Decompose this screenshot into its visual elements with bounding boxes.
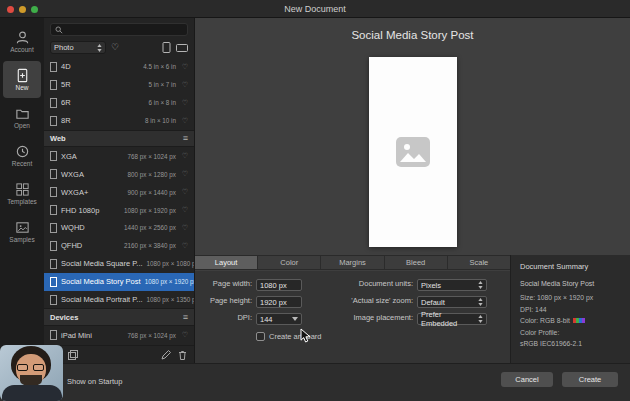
preset-size: 2160 px × 3840 px: [124, 242, 176, 249]
page-width-input[interactable]: 1080 px: [256, 279, 302, 291]
favorite-icon[interactable]: ♡: [180, 81, 188, 89]
create-artboard-checkbox[interactable]: [256, 332, 265, 341]
sidebar-item-open[interactable]: Open: [3, 99, 41, 136]
favorite-icon[interactable]: ♡: [180, 99, 188, 107]
page-icon: [50, 151, 57, 161]
preset-name: Social Media Story Post: [61, 277, 141, 286]
preset-row[interactable]: 8R8 in × 10 in♡: [44, 112, 194, 130]
page-icon: [50, 187, 57, 197]
document-units-select[interactable]: Pixels: [417, 279, 487, 291]
favorite-icon[interactable]: ♡: [180, 63, 188, 71]
preset-section-header[interactable]: Web≡: [44, 130, 194, 148]
sidebar-item-account[interactable]: Account: [3, 23, 41, 60]
tab-bleed[interactable]: Bleed: [385, 256, 448, 269]
preset-row[interactable]: WXGA+900 px × 1440 px♡: [44, 183, 194, 201]
preset-size: 1080 px × 1920 px: [124, 207, 176, 214]
preset-row[interactable]: 4D4.5 in × 6 in♡: [44, 58, 194, 76]
preset-toolbar: [44, 345, 194, 363]
page-icon: [50, 169, 57, 179]
tab-color[interactable]: Color: [258, 256, 321, 269]
preset-panel: Photo ♡ 4D4.5 in × 6 in♡5R5 in × 7 in♡6R…: [44, 18, 195, 363]
preset-name: FHD 1080p: [61, 206, 99, 215]
preset-row[interactable]: WXGA800 px × 1280 px♡: [44, 165, 194, 183]
page-icon: [50, 205, 57, 215]
new-document-dialog: New Document AccountNewOpenRecentTemplat…: [0, 0, 630, 401]
show-on-startup-row: ✓ Show on Startup: [54, 377, 122, 386]
image-placeholder-icon: [395, 136, 431, 168]
preset-row[interactable]: Social Media Square P...1080 px × 1080 p…: [44, 255, 194, 273]
preset-name: 4D: [61, 62, 71, 71]
create-button[interactable]: Create: [562, 372, 618, 387]
templates-icon: [15, 182, 30, 197]
page-height-input[interactable]: 1920 px: [256, 296, 302, 308]
webcam-overlay: [0, 345, 63, 401]
summary-dpi: DPI: 144: [520, 306, 621, 313]
dpi-select[interactable]: 144: [256, 313, 302, 325]
favorite-icon[interactable]: ♡: [180, 117, 188, 125]
summary-profile-label: Color Profile:: [520, 329, 621, 336]
search-box[interactable]: [50, 23, 188, 36]
actual-size-zoom-select[interactable]: Default: [417, 296, 487, 308]
page-width-label: Page width:: [195, 279, 252, 288]
preset-row[interactable]: WQHD1440 px × 2560 px♡: [44, 219, 194, 237]
page-title: Social Media Story Post: [195, 29, 630, 41]
category-select[interactable]: Photo: [50, 41, 106, 54]
settings-tabs: LayoutColorMarginsBleedScale: [195, 255, 510, 270]
cancel-button[interactable]: Cancel: [501, 372, 553, 387]
artboard-icon[interactable]: [68, 350, 78, 360]
preset-size: 1440 px × 2560 px: [124, 224, 176, 231]
sidebar-item-recent[interactable]: Recent: [3, 137, 41, 174]
actual-size-zoom-label: 'Actual size' zoom:: [313, 296, 413, 305]
preset-row[interactable]: Social Media Story Post1080 px × 1920 px…: [44, 273, 194, 291]
sidebar-item-templates[interactable]: Templates: [3, 175, 41, 212]
favorite-icon[interactable]: ♡: [180, 331, 188, 339]
preset-section-header[interactable]: Devices≡: [44, 308, 194, 326]
titlebar: New Document: [0, 0, 630, 18]
preset-row[interactable]: 6R6 in × 8 in♡: [44, 94, 194, 112]
favorite-icon[interactable]: ♡: [180, 152, 188, 160]
section-menu-icon[interactable]: ≡: [183, 134, 188, 143]
preset-row[interactable]: QFHD2160 px × 3840 px♡: [44, 237, 194, 255]
page-icon: [50, 241, 57, 251]
favorite-icon[interactable]: ♡: [180, 224, 188, 232]
trash-icon[interactable]: [178, 350, 187, 360]
tab-layout[interactable]: Layout: [195, 256, 258, 269]
page-height-label: Page height:: [195, 296, 252, 305]
preview-area: Social Media Story Post: [195, 18, 630, 255]
preset-row[interactable]: FHD 1080p1080 px × 1920 px♡: [44, 201, 194, 219]
preset-row[interactable]: XGA768 px × 1024 px♡: [44, 147, 194, 165]
landscape-orientation-icon[interactable]: [176, 43, 188, 53]
category-row: Photo ♡: [50, 40, 188, 55]
summary-document-name: Social Media Story Post: [520, 280, 621, 287]
sidebar: AccountNewOpenRecentTemplatesSamples: [0, 18, 44, 363]
favorite-icon[interactable]: ♡: [180, 170, 188, 178]
chevron-down-icon: [292, 317, 298, 321]
section-menu-icon[interactable]: ≡: [183, 313, 188, 322]
samples-icon: [15, 220, 30, 235]
preset-row[interactable]: iPad Mini768 px × 1024 px♡: [44, 326, 194, 344]
sidebar-item-samples[interactable]: Samples: [3, 213, 41, 250]
sidebar-item-new[interactable]: New: [3, 61, 41, 98]
favorites-filter-icon[interactable]: ♡: [111, 43, 119, 52]
favorite-icon[interactable]: ♡: [180, 242, 188, 250]
document-preview: [369, 57, 457, 247]
image-placement-label: Image placement:: [313, 313, 413, 322]
sidebar-item-label: New: [15, 84, 28, 91]
preset-list: 4D4.5 in × 6 in♡5R5 in × 7 in♡6R6 in × 8…: [44, 58, 194, 345]
tab-scale[interactable]: Scale: [448, 256, 510, 269]
tab-margins[interactable]: Margins: [321, 256, 384, 269]
preset-size: 1080 px × 1920 px: [145, 278, 194, 285]
search-input[interactable]: [66, 25, 183, 34]
portrait-orientation-icon[interactable]: [162, 42, 171, 53]
preset-row[interactable]: 5R5 in × 7 in♡: [44, 76, 194, 94]
summary-title: Document Summary: [520, 262, 621, 271]
preset-size: 1080 px × 1350 px: [147, 296, 194, 303]
favorite-icon[interactable]: ♡: [180, 206, 188, 214]
preset-name: iPad Mini: [61, 331, 92, 340]
edit-pen-icon[interactable]: [161, 350, 171, 360]
favorite-icon[interactable]: ♡: [180, 188, 188, 196]
page-icon: [50, 295, 57, 305]
preset-row[interactable]: Social Media Portrait P...1080 px × 1350…: [44, 291, 194, 309]
image-placement-select[interactable]: Prefer Embedded: [417, 313, 487, 325]
preset-size: 768 px × 1024 px: [128, 153, 177, 160]
